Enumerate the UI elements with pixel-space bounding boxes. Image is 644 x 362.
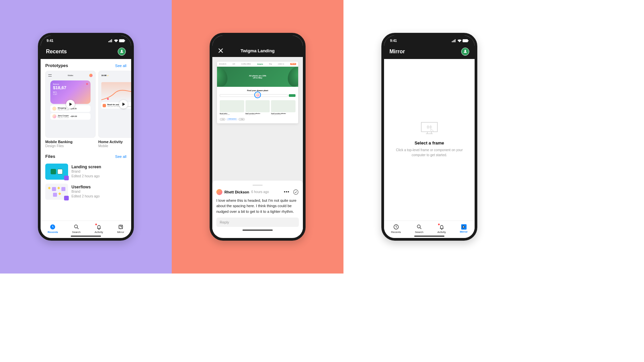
status-icons — [108, 39, 125, 42]
home-indicator — [243, 230, 273, 231]
frame-monitor-icon — [420, 122, 439, 135]
signal-icon — [108, 39, 113, 42]
drag-handle[interactable] — [253, 185, 263, 186]
avatar-icon — [119, 49, 124, 54]
svg-point-9 — [293, 190, 298, 194]
svg-point-6 — [107, 98, 109, 100]
svg-rect-0 — [108, 41, 109, 42]
header: Mirror — [384, 46, 475, 59]
svg-point-18 — [417, 225, 420, 228]
svg-rect-10 — [452, 41, 452, 42]
battery-icon — [119, 39, 125, 42]
page-title: Mirror — [389, 49, 405, 55]
user-avatar[interactable] — [461, 48, 469, 56]
svg-rect-5 — [124, 40, 125, 41]
prototype-card[interactable]: 10:08 ⚡ Home Reach for your goalsStart y… — [98, 71, 131, 148]
home-indicator — [414, 236, 444, 237]
avatar-icon — [89, 74, 93, 77]
home-indicator — [71, 236, 101, 237]
user-avatar[interactable] — [118, 48, 126, 56]
avatar-icon — [463, 49, 468, 54]
comment-body: I love where this is headed, but I'm not… — [216, 198, 299, 215]
nav-mirror[interactable]: Mirror — [460, 224, 468, 233]
files-header: Files See all — [41, 150, 131, 162]
svg-rect-13 — [455, 39, 455, 42]
file-edited: Edited 2 hours ago — [71, 194, 100, 199]
battery-icon — [463, 39, 469, 42]
bottom-nav: Recents Search Activity Mirror — [41, 221, 131, 238]
nav-recents[interactable]: Recents — [391, 224, 401, 234]
clock-icon — [50, 224, 56, 230]
status-bar: 9:41 — [41, 36, 131, 46]
mirror-icon — [461, 224, 467, 230]
prototype-thumbnail: Wallet Balance $18,67 $8741,527 Shopping… — [45, 71, 96, 138]
resolve-icon[interactable] — [293, 189, 299, 195]
prototype-sub: Design Files — [45, 144, 96, 148]
prototype-card[interactable]: Wallet Balance $18,67 $8741,527 Shopping… — [45, 71, 96, 148]
clock-icon — [393, 224, 399, 230]
comment-time: 6 hours ago — [251, 190, 269, 194]
more-icon[interactable]: ••• — [284, 189, 289, 194]
header: Twigma Landing — [212, 46, 303, 57]
play-icon — [119, 100, 128, 109]
file-name: Userflows — [71, 185, 100, 189]
svg-rect-15 — [468, 40, 469, 41]
file-item[interactable]: Userflows Brand Edited 2 hours ago — [41, 182, 131, 202]
mirror-empty-state: Select a frame Click a top-level frame o… — [384, 59, 475, 220]
file-brand: Brand — [71, 169, 101, 174]
svg-rect-4 — [119, 39, 124, 42]
chart-icon — [101, 82, 131, 104]
status-time: 9:41 — [390, 39, 397, 43]
comment-panel: Rhett Dickson 6 hours ago ••• I love whe… — [212, 181, 303, 236]
panel-green: 9:41 Recents Prototypes See all — [0, 0, 172, 274]
play-icon — [66, 100, 75, 109]
files-see-all[interactable]: See all — [115, 155, 126, 159]
nav-mirror[interactable]: Mirror — [117, 224, 124, 234]
nav-activity[interactable]: Activity — [95, 224, 103, 234]
nav-search[interactable]: Search — [72, 224, 80, 234]
prototype-sub: Mobile — [98, 144, 131, 148]
panel-coral: 9:41 Mirror Select a frame — [343, 0, 515, 274]
status-bar: 9:41 — [384, 36, 475, 46]
svg-point-8 — [74, 225, 77, 228]
file-thumbnail — [45, 164, 68, 180]
close-button[interactable] — [218, 48, 224, 54]
file-brand: Brand — [71, 189, 100, 194]
prototypes-header: Prototypes See all — [41, 59, 131, 71]
search-icon — [73, 224, 79, 230]
file-name: Landing screen — [71, 165, 101, 169]
prototype-name: Home Activity — [98, 140, 131, 144]
files-title: Files — [45, 154, 55, 159]
prototype-thumbnail: 10:08 ⚡ Home Reach for your goalsStart y… — [98, 71, 131, 138]
phone-recents: 9:41 Recents Prototypes See all — [38, 33, 134, 241]
status-time: 9:41 — [47, 39, 53, 43]
menu-icon — [48, 74, 52, 76]
phone-mirror: 9:41 Mirror Select a frame — [381, 33, 477, 241]
prototype-name: Mobile Banking — [45, 140, 96, 144]
file-item[interactable]: Landing screen Brand Edited 2 hours ago — [41, 162, 131, 182]
design-preview[interactable]: about plants web monthly addition twigma… — [212, 57, 303, 183]
main-content: about plants web monthly addition twigma… — [212, 57, 303, 235]
nav-recents[interactable]: Recents — [48, 224, 58, 234]
main-content: Prototypes See all Wallet Balance $18,67… — [41, 59, 131, 220]
svg-rect-11 — [453, 41, 453, 42]
reply-input[interactable]: Reply — [216, 218, 299, 227]
figma-badge-icon — [64, 176, 69, 180]
svg-rect-16 — [421, 122, 437, 132]
svg-rect-3 — [111, 39, 112, 42]
prototypes-see-all[interactable]: See all — [115, 64, 126, 68]
empty-title: Select a frame — [415, 140, 444, 145]
page-title: Twigma Landing — [224, 48, 291, 53]
header: Recents — [41, 46, 131, 59]
phone-comment: Twigma Landing about plants web monthly … — [210, 33, 306, 241]
status-bar — [212, 36, 303, 46]
close-icon — [218, 48, 224, 54]
prototypes-title: Prototypes — [45, 63, 68, 68]
wifi-icon — [114, 39, 118, 42]
search-icon — [416, 224, 422, 230]
nav-search[interactable]: Search — [415, 224, 423, 234]
nav-activity[interactable]: Activity — [437, 224, 446, 234]
main-content: Select a frame Click a top-level frame o… — [384, 59, 475, 220]
wifi-icon — [458, 39, 462, 42]
bottom-nav: Recents Search Activity Mirror — [384, 221, 475, 238]
